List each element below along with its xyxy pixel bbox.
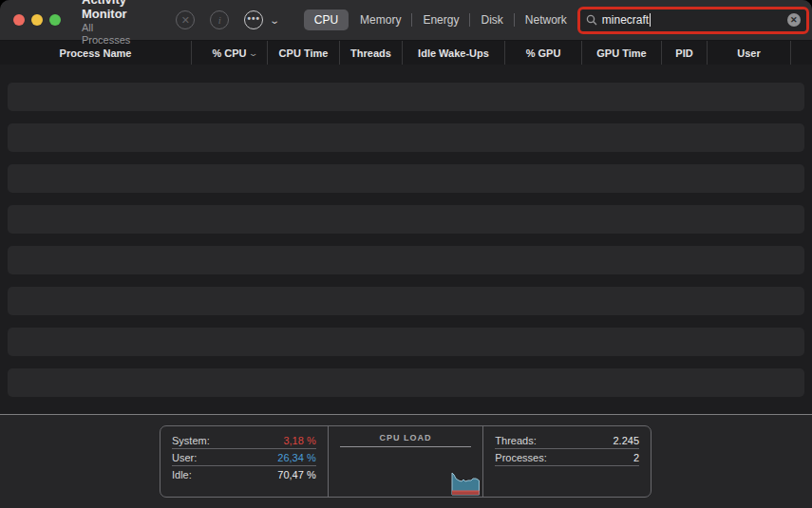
annotation-search-highlight: minecraft ✕ <box>577 7 809 34</box>
sort-descending-icon: ⌄ <box>249 48 259 58</box>
close-window-button[interactable] <box>13 14 25 26</box>
table-row <box>8 246 804 274</box>
stat-row-processes: Processes: 2 <box>495 449 639 466</box>
tab-energy[interactable]: Energy <box>412 9 469 30</box>
column-header-pid[interactable]: PID <box>662 41 708 65</box>
column-header-cpu-time[interactable]: CPU Time <box>268 41 340 65</box>
cpu-load-graph <box>451 470 481 496</box>
tab-network[interactable]: Network <box>515 9 577 30</box>
quit-process-button[interactable]: ✕ <box>176 10 195 29</box>
table-row <box>8 328 804 356</box>
stat-row-system: System: 3,18 % <box>172 432 316 449</box>
column-header-cpu-percent[interactable]: % CPU⌄ <box>192 41 268 65</box>
stat-row-threads: Threads: 2.245 <box>495 432 639 449</box>
titlebar: Activity Monitor All Processes ✕ i ••• ⌄… <box>0 0 812 41</box>
chevron-down-icon[interactable]: ⌄ <box>270 15 281 26</box>
cpu-usage-section: System: 3,18 % User: 26,34 % Idle: 70,47… <box>161 426 329 497</box>
column-header-filler <box>791 41 812 65</box>
column-header-threads[interactable]: Threads <box>340 41 403 65</box>
minimize-window-button[interactable] <box>31 14 43 26</box>
zoom-window-button[interactable] <box>49 14 61 26</box>
tab-memory[interactable]: Memory <box>349 9 411 30</box>
column-header-gpu-time[interactable]: GPU Time <box>582 41 662 65</box>
table-row <box>8 83 804 111</box>
table-header: Process Name % CPU⌄ CPU Time Threads Idl… <box>0 41 812 65</box>
title-block: Activity Monitor All Processes <box>82 0 130 47</box>
activity-monitor-window: Activity Monitor All Processes ✕ i ••• ⌄… <box>0 0 812 508</box>
inspect-info-icon: i <box>218 14 221 26</box>
column-header-idle-wake-ups[interactable]: Idle Wake-Ups <box>403 41 505 65</box>
clear-search-button[interactable]: ✕ <box>787 13 801 27</box>
process-table-body <box>0 65 812 414</box>
text-caret <box>650 13 651 27</box>
table-row <box>8 287 804 315</box>
stat-row-idle: Idle: 70,47 % <box>172 466 316 483</box>
tab-cpu[interactable]: CPU <box>304 9 349 30</box>
search-icon <box>586 14 597 26</box>
cpu-load-underline <box>340 446 472 447</box>
traffic-lights <box>13 14 61 26</box>
cpu-stats-panel: System: 3,18 % User: 26,34 % Idle: 70,47… <box>160 425 651 498</box>
cpu-load-title: CPU LOAD <box>329 433 483 442</box>
inspect-process-button[interactable]: i <box>210 10 229 29</box>
table-row <box>8 368 804 397</box>
window-title: Activity Monitor <box>82 0 130 22</box>
more-options-icon: ••• <box>248 13 261 24</box>
more-options-button[interactable]: ••• <box>244 10 263 29</box>
column-header-user[interactable]: User <box>708 41 791 65</box>
footer: System: 3,18 % User: 26,34 % Idle: 70,47… <box>0 415 812 508</box>
tab-disk[interactable]: Disk <box>470 9 513 30</box>
quit-process-icon: ✕ <box>181 14 190 27</box>
clear-circle-icon: ✕ <box>790 15 798 25</box>
search-value: minecraft <box>602 13 649 27</box>
table-row <box>8 123 804 152</box>
table-row <box>8 164 804 193</box>
cpu-load-section: CPU LOAD <box>329 426 484 497</box>
column-header-gpu-percent[interactable]: % GPU <box>505 41 582 65</box>
view-tabs: CPU Memory Energy Disk Network <box>304 9 577 31</box>
stat-row-user: User: 26,34 % <box>172 449 316 466</box>
column-header-process-name[interactable]: Process Name <box>0 41 192 65</box>
process-counts-section: Threads: 2.245 Processes: 2 <box>483 426 651 497</box>
search-input[interactable]: minecraft ✕ <box>580 9 806 31</box>
table-row <box>8 205 804 234</box>
